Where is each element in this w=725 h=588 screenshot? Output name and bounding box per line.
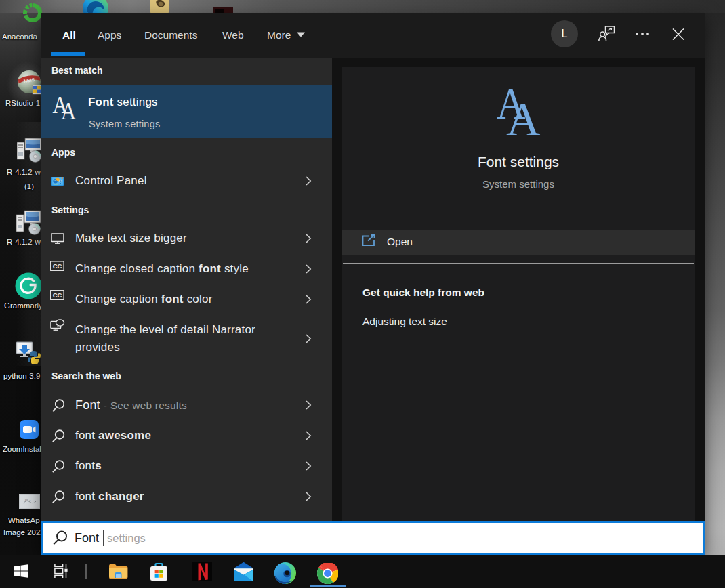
svg-text:CC: CC <box>53 291 62 299</box>
svg-text:A: A <box>61 98 76 122</box>
svg-text:CC: CC <box>53 262 62 270</box>
svg-text:A: A <box>506 93 541 138</box>
svg-text:pic +: pic + <box>25 498 31 501</box>
